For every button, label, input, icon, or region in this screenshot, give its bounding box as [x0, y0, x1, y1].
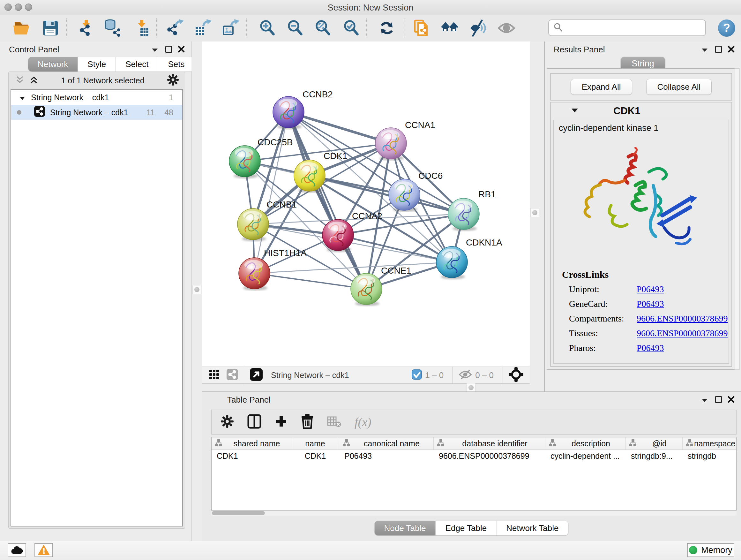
column-header-description[interactable]: description	[545, 437, 626, 449]
zoom-out-button[interactable]	[286, 18, 305, 38]
column-header-name[interactable]: name	[291, 437, 339, 449]
bottom-splitter[interactable]	[202, 384, 530, 391]
close-panel-icon[interactable]	[728, 396, 735, 404]
tree-expand-icon[interactable]	[19, 93, 25, 102]
section-collapse-icon[interactable]	[571, 108, 578, 114]
cell-database-identifier[interactable]: 9606.ENSP00000378699	[434, 450, 545, 462]
tab-sets[interactable]: Sets	[158, 57, 194, 71]
float-panel-icon[interactable]	[715, 396, 722, 403]
memory-button[interactable]: Memory	[687, 543, 734, 557]
right-splitter[interactable]	[530, 42, 544, 391]
cell-namespace[interactable]: stringdb	[683, 450, 736, 462]
network-node-CDKN1A[interactable]: CDKN1A	[436, 238, 502, 279]
close-panel-icon[interactable]	[178, 46, 185, 54]
import-network-database-button[interactable]	[104, 18, 122, 38]
panel-menu-icon[interactable]	[701, 398, 708, 404]
tab-style[interactable]: Style	[78, 57, 116, 71]
expand-all-button[interactable]: Expand All	[570, 79, 632, 95]
crosshair-icon[interactable]	[509, 367, 523, 383]
navigator-icon[interactable]	[250, 368, 263, 382]
zoom-in-button[interactable]	[259, 18, 277, 38]
help-button[interactable]: ?	[718, 19, 735, 37]
network-node-HIST1H1A[interactable]: HIST1H1A	[239, 248, 307, 290]
scrollbar-thumb[interactable]	[212, 511, 265, 515]
copy-network-button[interactable]	[413, 18, 431, 38]
tab-edge-table[interactable]: Edge Table	[436, 521, 497, 536]
tab-network-table[interactable]: Network Table	[496, 521, 568, 536]
string-home-button[interactable]	[441, 18, 459, 38]
network-node-CDK1[interactable]: CDK1	[294, 151, 347, 192]
network-row-selected[interactable]: String Network – cdk1 11 48	[11, 105, 182, 120]
cell-description[interactable]: cyclin-dependent ...	[545, 450, 626, 462]
bottom-splitter-handle[interactable]	[467, 383, 475, 392]
results-scrollbar[interactable]	[735, 68, 740, 370]
selected-checkbox-icon[interactable]	[412, 369, 422, 381]
table-settings-gear-icon[interactable]	[220, 415, 234, 429]
network-node-RB1[interactable]: RB1	[448, 189, 495, 231]
close-panel-icon[interactable]	[728, 46, 735, 54]
crosslink-link[interactable]: P06493	[636, 299, 664, 309]
export-table-button[interactable]	[194, 18, 212, 38]
network-node-CCNA1[interactable]: CCNA1	[375, 120, 435, 160]
network-node-CCNB1[interactable]: CCNB1	[238, 199, 297, 241]
panel-menu-icon[interactable]	[701, 48, 708, 54]
left-splitter[interactable]	[192, 42, 202, 541]
network-node-CCNE1[interactable]: CCNE1	[351, 266, 411, 306]
crosslink-link[interactable]: P06493	[636, 343, 664, 353]
show-columns-icon[interactable]	[247, 414, 261, 430]
column-header-database-identifier[interactable]: database identifier	[434, 437, 545, 449]
tab-node-table[interactable]: Node Table	[375, 521, 436, 536]
gear-icon[interactable]	[167, 74, 179, 87]
collapse-all-button[interactable]: Collapse All	[646, 79, 712, 95]
crosslink-link[interactable]: 9606.ENSP00000378699	[636, 328, 728, 338]
column-header-canonical-name[interactable]: canonical name	[339, 437, 434, 449]
grid-view-icon[interactable]	[209, 370, 219, 381]
crosslink-label: Compartments:	[569, 314, 636, 324]
show-graphics-details-button[interactable]	[497, 18, 516, 38]
tab-select[interactable]: Select	[116, 57, 158, 71]
table-horizontal-scrollbar[interactable]	[211, 510, 737, 516]
gene-section-header[interactable]: CDK1	[551, 103, 731, 120]
cloud-button[interactable]	[8, 543, 26, 557]
warning-button[interactable]	[35, 543, 53, 557]
import-table-button[interactable]	[132, 18, 151, 38]
right-splitter-handle[interactable]	[530, 208, 539, 217]
collapse-all-icon[interactable]	[15, 75, 24, 86]
save-session-button[interactable]	[41, 18, 60, 38]
import-network-button[interactable]	[77, 18, 95, 38]
add-column-icon[interactable]	[275, 415, 287, 429]
tab-network[interactable]: Network	[28, 57, 78, 71]
crosslink-link[interactable]: P06493	[636, 284, 664, 294]
hide-graphics-details-button[interactable]	[469, 18, 487, 38]
export-network-button[interactable]	[166, 18, 185, 38]
panel-menu-icon[interactable]	[151, 48, 158, 54]
hidden-eye-icon[interactable]	[459, 370, 472, 381]
search-input[interactable]	[566, 21, 705, 35]
search-field[interactable]	[548, 19, 706, 36]
network-canvas[interactable]: CCNB2 CCNA1 CDC25B CDK1 CDC6 RB1	[202, 42, 530, 367]
cell-canonical-name[interactable]: P06493	[339, 450, 434, 462]
export-image-button[interactable]	[222, 18, 240, 38]
zoom-selected-button[interactable]	[342, 18, 361, 38]
column-header-namespace[interactable]: namespace	[683, 437, 736, 449]
delete-row-trash-icon[interactable]	[301, 414, 314, 430]
open-session-button[interactable]	[12, 18, 31, 38]
string-network-graph[interactable]: CCNB2 CCNA1 CDC25B CDK1 CDC6 RB1	[202, 42, 530, 367]
fit-content-button[interactable]	[314, 18, 333, 38]
share-view-icon[interactable]	[226, 369, 238, 381]
network-node-CDC6[interactable]: CDC6	[389, 171, 443, 212]
cell-name[interactable]: CDK1	[291, 450, 339, 462]
column-header-@id[interactable]: @id	[626, 437, 683, 449]
cell-@id[interactable]: stringdb:9...	[626, 450, 683, 462]
cell-shared-name[interactable]: CDK1	[212, 450, 291, 462]
column-header-shared-name[interactable]: shared name	[212, 437, 291, 449]
network-collection-row[interactable]: String Network – cdk1 1	[11, 90, 182, 105]
network-node-CDC25B[interactable]: CDC25B	[229, 137, 293, 178]
expand-all-icon[interactable]	[29, 75, 39, 86]
crosslink-link[interactable]: 9606.ENSP00000378699	[636, 314, 728, 324]
table-row[interactable]: CDK1CDK1P064939606.ENSP00000378699cyclin…	[212, 450, 736, 462]
float-panel-icon[interactable]	[715, 46, 722, 53]
float-panel-icon[interactable]	[165, 46, 172, 53]
apply-layout-button[interactable]	[378, 18, 396, 38]
left-splitter-handle[interactable]	[192, 285, 201, 294]
